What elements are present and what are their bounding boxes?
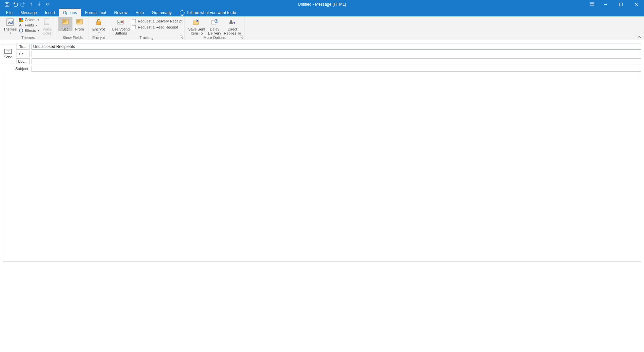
svg-rect-2 [6, 5, 8, 6]
next-item-icon[interactable] [36, 1, 43, 8]
svg-rect-7 [620, 3, 623, 6]
save-icon[interactable] [3, 1, 11, 8]
group-tracking-label: Tracking [110, 35, 182, 40]
tab-help[interactable]: Help [131, 9, 148, 16]
tab-insert[interactable]: Insert [41, 9, 59, 16]
effects-button[interactable]: Effects▾ [18, 28, 40, 33]
themes-button[interactable]: Aa Themes ▾ [2, 17, 18, 35]
svg-rect-21 [63, 22, 65, 23]
window-title: Untitled - Message (HTML) [298, 2, 346, 7]
maximize-button[interactable] [613, 0, 629, 9]
tab-file[interactable]: File [2, 9, 16, 16]
page-color-icon [43, 18, 51, 26]
delay-delivery-button[interactable]: Delay Delivery [207, 17, 223, 35]
fonts-label: Fonts [25, 23, 34, 27]
fonts-icon: A [19, 23, 23, 27]
read-receipt-label: Request a Read Receipt [138, 25, 178, 29]
encrypt-label: Encrypt [92, 27, 105, 31]
request-read-receipt-checkbox[interactable]: Request a Read Receipt [132, 25, 182, 29]
voting-label: Use Voting Buttons [112, 27, 129, 35]
to-button[interactable]: To... [16, 44, 30, 50]
bcc-label: Bcc [62, 27, 68, 31]
request-delivery-receipt-checkbox[interactable]: Request a Delivery Receipt [132, 19, 182, 23]
effects-label: Effects [25, 28, 36, 33]
lock-icon [94, 18, 103, 26]
tab-message[interactable]: Message [16, 9, 41, 16]
chevron-down-icon: ▾ [98, 31, 100, 35]
svg-rect-17 [44, 23, 49, 25]
cc-field[interactable] [32, 51, 641, 57]
direct-replies-label: Direct Replies To [224, 27, 241, 35]
tab-grammarly[interactable]: Grammarly [148, 9, 176, 16]
page-color-button[interactable]: Page Color [40, 17, 54, 35]
subject-field[interactable] [32, 66, 641, 72]
previous-item-icon[interactable] [28, 1, 35, 8]
fonts-button[interactable]: A Fonts▾ [18, 22, 40, 28]
display-options-icon[interactable] [586, 0, 598, 9]
direct-replies-icon [228, 18, 237, 26]
svg-rect-10 [19, 18, 21, 20]
svg-rect-19 [63, 20, 66, 21]
save-sent-label: Save Sent Item To [188, 27, 205, 35]
svg-rect-3 [46, 3, 49, 3]
tab-review[interactable]: Review [110, 9, 131, 16]
voting-icon [116, 18, 125, 26]
colors-button[interactable]: Colors▾ [18, 17, 40, 22]
tell-me-label: Tell me what you want to do [186, 10, 236, 15]
direct-replies-to-button[interactable]: Direct Replies To [222, 17, 242, 35]
message-body[interactable] [3, 74, 641, 261]
delivery-receipt-label: Request a Delivery Receipt [138, 19, 182, 23]
chevron-down-icon: ▾ [10, 31, 11, 35]
tab-format-text[interactable]: Format Text [81, 9, 110, 16]
svg-text:A: A [19, 23, 22, 27]
svg-rect-24 [77, 21, 80, 22]
colors-label: Colors [25, 18, 36, 22]
checkbox-icon [132, 19, 136, 23]
close-button[interactable] [629, 0, 644, 9]
tell-me-search[interactable]: Tell me what you want to do [176, 9, 240, 16]
compose-header: Send To... Cc... Bcc... Subject [0, 40, 644, 72]
bcc-icon [61, 18, 70, 26]
from-label: From [75, 27, 84, 31]
send-button[interactable]: Send [2, 45, 14, 63]
svg-text:Aa: Aa [8, 20, 14, 25]
more-options-dialog-launcher[interactable] [239, 35, 244, 39]
group-encrypt: Encrypt ▾ Encrypt [89, 16, 108, 40]
tracking-dialog-launcher[interactable] [179, 35, 183, 39]
bcc-field[interactable] [32, 58, 641, 64]
bcc-button[interactable]: Bcc... [16, 58, 30, 64]
colors-icon [19, 17, 23, 22]
group-show-fields: Bcc From Show Fields [56, 16, 89, 40]
redo-icon[interactable] [19, 1, 27, 8]
cc-button[interactable]: Cc... [16, 51, 30, 57]
minimize-button[interactable] [598, 0, 613, 9]
svg-point-15 [19, 29, 23, 32]
themes-icon: Aa [6, 18, 14, 26]
save-sent-icon [192, 18, 201, 26]
svg-rect-23 [77, 20, 80, 21]
collapse-ribbon-button[interactable] [637, 36, 641, 39]
from-icon [75, 18, 84, 26]
to-field[interactable] [32, 44, 641, 50]
encrypt-button[interactable]: Encrypt ▾ [91, 17, 106, 35]
svg-rect-5 [590, 3, 594, 4]
svg-rect-25 [77, 22, 79, 23]
subject-label: Subject [2, 67, 30, 71]
group-more-options-label: More Options [187, 35, 243, 40]
from-button[interactable]: From [72, 17, 87, 31]
svg-rect-33 [229, 22, 233, 24]
customize-qat-icon[interactable] [44, 1, 51, 8]
envelope-icon [4, 49, 12, 54]
voting-buttons-button[interactable]: Use Voting Buttons [110, 17, 131, 35]
delay-delivery-label: Delay Delivery [208, 27, 221, 35]
svg-rect-11 [21, 18, 23, 20]
svg-rect-20 [63, 21, 66, 22]
page-color-label: Page Color [43, 27, 51, 35]
undo-icon[interactable] [11, 1, 19, 8]
save-sent-item-to-button[interactable]: Save Sent Item To [187, 17, 207, 35]
ribbon-tabs: File Message Insert Options Format Text … [0, 9, 644, 16]
group-encrypt-label: Encrypt [91, 35, 106, 40]
bcc-button[interactable]: Bcc [58, 17, 72, 31]
tab-options[interactable]: Options [59, 9, 81, 16]
group-tracking: Use Voting Buttons Request a Delivery Re… [108, 16, 185, 40]
